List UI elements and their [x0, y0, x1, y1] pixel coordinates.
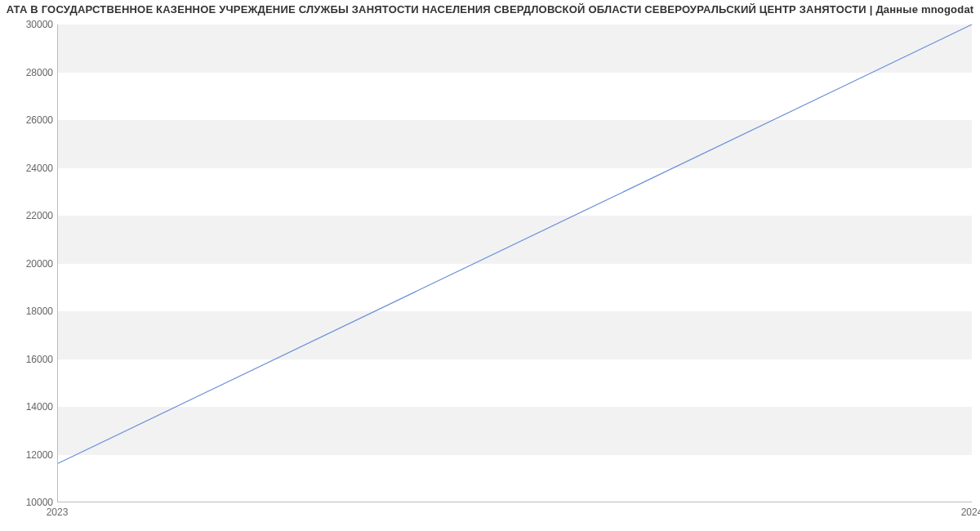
plot-area — [57, 25, 972, 502]
x-tick-label: 2024 — [961, 506, 980, 518]
x-tick-label: 2023 — [47, 506, 69, 518]
y-tick-label: 18000 — [4, 306, 53, 317]
y-tick-label: 30000 — [4, 19, 53, 30]
y-tick-label: 14000 — [4, 401, 53, 413]
y-tick-label: 20000 — [4, 258, 53, 270]
chart-container: АТА В ГОСУДАРСТВЕННОЕ КАЗЕННОЕ УЧРЕЖДЕНИ… — [0, 0, 980, 531]
line-layer — [58, 25, 972, 502]
y-tick-label: 26000 — [4, 114, 53, 126]
y-tick-label: 28000 — [4, 67, 53, 78]
series-line — [58, 25, 972, 463]
y-tick-label: 22000 — [4, 210, 53, 221]
y-tick-label: 12000 — [4, 449, 53, 461]
y-tick-label: 16000 — [4, 354, 53, 365]
chart-title: АТА В ГОСУДАРСТВЕННОЕ КАЗЕННОЕ УЧРЕЖДЕНИ… — [0, 3, 980, 16]
y-tick-label: 24000 — [4, 163, 53, 174]
